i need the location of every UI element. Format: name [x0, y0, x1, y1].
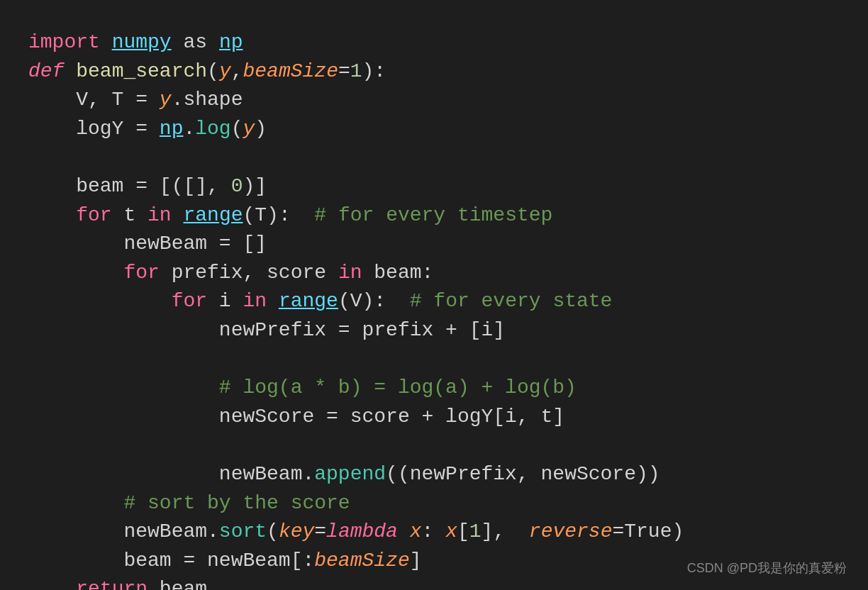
code-line-9: for prefix, score in beam: [28, 259, 840, 288]
code-line-12 [28, 345, 840, 374]
code-line-15 [28, 431, 840, 460]
watermark: CSDN @PD我是你的真爱粉 [687, 559, 847, 577]
code-line-13: # log(a * b) = log(a) + log(b) [28, 374, 840, 403]
code-container: import numpy as np def beam_search(y,bea… [0, 0, 868, 590]
code-line-14: newScore = score + logY[i, t] [28, 403, 840, 432]
code-line-8: newBeam = [] [28, 230, 840, 259]
code-line-18: newBeam.sort(key=lambda x: x[1], reverse… [28, 518, 840, 547]
code-line-10: for i in range(V): # for every state [28, 287, 840, 316]
code-line-1: import numpy as np [28, 28, 840, 57]
code-line-17: # sort by the score [28, 489, 840, 518]
code-line-16: newBeam.append((newPrefix, newScore)) [28, 460, 840, 489]
code-line-7: for t in range(T): # for every timestep [28, 201, 840, 230]
code-line-6: beam = [([], 0)] [28, 172, 840, 201]
code-line-5 [28, 143, 840, 172]
code-line-3: V, T = y.shape [28, 86, 840, 115]
code-line-20: return beam [28, 575, 840, 590]
code-line-11: newPrefix = prefix + [i] [28, 316, 840, 345]
code-line-2: def beam_search(y,beamSize=1): [28, 57, 840, 87]
code-line-4: logY = np.log(y) [28, 115, 840, 144]
